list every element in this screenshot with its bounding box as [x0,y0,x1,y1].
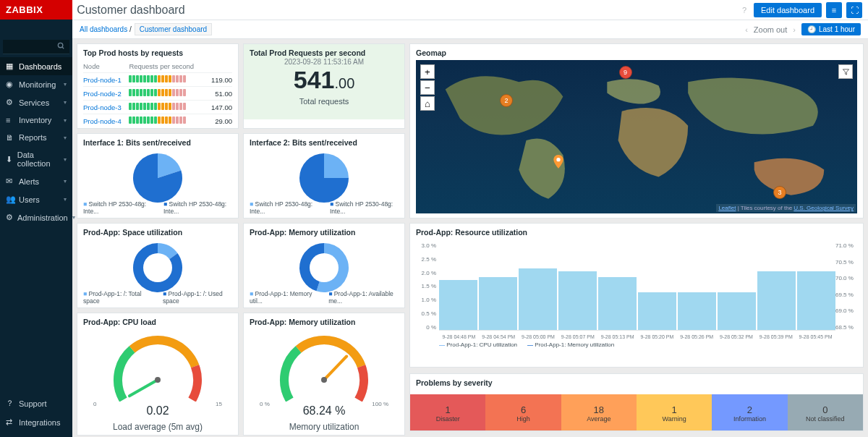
severity-disaster[interactable]: 1Disaster [410,394,485,431]
map-zoom-out-button[interactable]: − [420,80,435,95]
sidebar-item-data-collection[interactable]: ⬇Data collection▾ [0,146,72,172]
legend-item: Prod-App-1: CPU utilization [439,341,517,348]
map-filter-button[interactable] [838,64,853,79]
severity-count: 6 [521,404,526,415]
severity-count: 0 [822,404,827,415]
total-timestamp: 2023-09-28 11:53:16 AM [248,58,400,66]
breadcrumb-root[interactable]: All dashboards [80,25,127,33]
severity-label: Disaster [436,415,460,423]
chevron-down-icon: ▾ [64,81,67,88]
doc-icon: 🗎 [6,133,14,142]
download-icon: ⬇ [6,155,13,164]
cpu-gauge [83,329,232,402]
sidebar-item-users[interactable]: 👥Users▾ [0,190,72,208]
panel-title: Prod-App: Memory utilization [250,228,399,237]
time-range-button[interactable]: 🕘 Last 1 hour [801,23,861,35]
list-view-button[interactable]: ≡ [826,2,842,18]
leaflet-link[interactable]: Leaflet [718,205,736,211]
map-pin[interactable]: 2 [500,94,513,107]
topbar: « ⧉ Customer dashboard ? Edit dashboard … [0,0,868,20]
sidebar-search[interactable] [3,40,69,54]
panel-title: Problems by severity [410,374,863,391]
time-range-label: Last 1 hour [819,25,855,33]
legend-item: Prod-App-1: /: Total space [83,290,151,305]
sidebar-item-administration[interactable]: ⚙Administration▾ [0,208,72,226]
sidebar-item-services[interactable]: ⚙Services▾ [0,93,72,111]
time-next-icon[interactable]: › [793,25,796,34]
panel-interface-1: Interface 1: Bits sent/received Switch H… [77,133,239,218]
total-value-dec: .00 [334,75,354,91]
panel-title: Geomap [416,48,857,57]
bell-icon: ✉ [6,177,14,186]
chevron-down-icon: ▾ [64,99,67,106]
panel-title: Prod-App: Space utilization [83,228,232,237]
host-link[interactable]: Prod-node-2 [83,87,129,101]
help-icon[interactable]: ? [739,6,749,14]
usgs-link[interactable]: U.S. Geological Survey [793,205,854,211]
legend-item: Switch HP 2530-48g: Inte... [83,200,152,215]
sidebar-item-alerts[interactable]: ✉Alerts▾ [0,172,72,190]
chevron-down-icon: ▾ [64,135,67,141]
severity-average[interactable]: 18Average [561,394,637,431]
panel-problems: Problems by severity 1Disaster6High18Ave… [409,373,864,431]
severity-label: Warning [663,415,686,423]
sidebar: ZABBIX ▦Dashboards◉Monitoring▾⚙Services▾… [0,0,72,437]
time-prev-icon[interactable]: ‹ [745,25,748,34]
table-row: Prod-node-1119.00 [83,73,232,87]
geomap-canvas[interactable]: + − ⌂ 923 Leaflet | Tiles courtesy of th… [416,60,857,213]
mem-donut [250,239,399,296]
host-link[interactable]: Prod-node-1 [83,73,129,87]
panel-resource-util: Prod-App: Resource utilization 3.0 %2.5 … [409,223,864,368]
zoom-out-button[interactable]: Zoom out [754,25,787,34]
bar [678,292,716,330]
severity-information[interactable]: 2Information [712,394,787,431]
map-zoom-in-button[interactable]: + [420,64,435,79]
gauge-value: 68.24 % [244,404,404,417]
severity-high[interactable]: 6High [485,394,561,431]
chevron-down-icon: ▾ [64,178,67,184]
rate-bar [129,103,186,110]
host-value: 119.00 [207,73,232,87]
integ-icon: ⇄ [6,417,14,427]
dashboard-grid: Top Prod hosts by requests Node Requests… [72,39,868,437]
sidebar-bottom: ？Support⇄Integrations [0,394,72,437]
severity-count: 2 [747,404,752,415]
svg-point-3 [556,158,560,161]
attrib-text: | Tiles courtesy of the [736,205,793,211]
grid-icon: ▦ [6,61,14,71]
severity-warning[interactable]: 1Warning [637,394,712,431]
svg-point-0 [58,43,62,47]
sidebar-label: Dashboards [19,62,61,71]
sidebar-item-support[interactable]: ？Support [0,394,72,413]
page-title: Customer dashboard [69,4,184,17]
map-home-button[interactable]: ⌂ [420,96,435,111]
chevron-down-icon: ▾ [64,196,67,203]
edit-dashboard-button[interactable]: Edit dashboard [754,3,822,17]
sidebar-item-inventory[interactable]: ≡Inventory▾ [0,111,72,129]
bar [638,292,676,330]
legend-item: Prod-App-1: Memory utilization [527,341,614,348]
sidebar-label: Monitoring [19,80,56,89]
legend-item: Prod-App-1: Memory util... [250,290,317,305]
panel-geomap: Geomap + − ⌂ 923 Leaflet | Tiles court [409,43,864,218]
sidebar-label: Inventory [19,116,51,124]
host-link[interactable]: Prod-node-3 [83,101,129,114]
host-link[interactable]: Prod-node-4 [83,114,129,128]
support-icon: ？ [6,398,14,409]
host-value: 147.00 [207,101,232,114]
sidebar-item-reports[interactable]: 🗎Reports▾ [0,129,72,146]
severity-not-classified[interactable]: 0Not classified [788,394,863,431]
kiosk-button[interactable]: ⛶ [846,2,862,18]
map-pin[interactable]: 9 [619,66,632,79]
breadcrumb-current[interactable]: Customer dashboard [135,23,212,35]
legend-item: Switch HP 2530-48g: Inte... [250,200,318,215]
interface1-pie [83,150,232,206]
sidebar-item-integrations[interactable]: ⇄Integrations [0,413,72,431]
gauge-label: Load average (5m avg) [77,422,238,432]
map-pin[interactable]: 3 [773,186,786,199]
sidebar-item-dashboards[interactable]: ▦Dashboards [0,57,72,75]
sidebar-label: Integrations [19,418,60,427]
sidebar-item-monitoring[interactable]: ◉Monitoring▾ [0,75,72,93]
clock-icon: 🕘 [807,25,816,33]
panel-title: Prod-App: Memory utilization [250,318,399,326]
